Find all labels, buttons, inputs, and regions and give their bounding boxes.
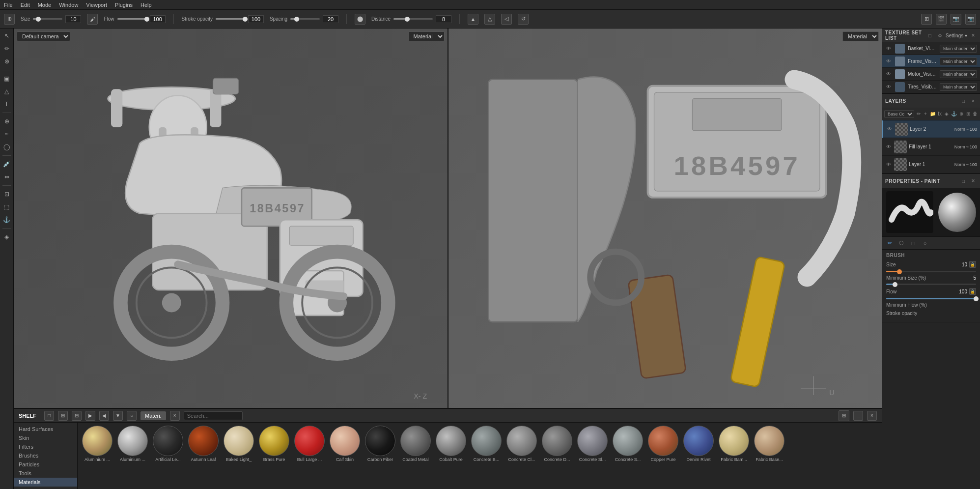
menu-mode[interactable]: Mode: [38, 2, 52, 8]
brush-icon-btn[interactable]: 🖌: [87, 14, 98, 25]
layers-base-select[interactable]: Base Cc: [884, 110, 914, 118]
material-item-10[interactable]: Cobalt Pure: [434, 426, 468, 462]
view-mode-btn-2[interactable]: 🎬: [936, 14, 947, 25]
layer-opacity-val-1[interactable]: 100: [970, 162, 977, 167]
shelf-btn-4[interactable]: ▶: [85, 411, 95, 421]
layer-item-2[interactable]: 👁 Layer 2 Norm ~ 100: [882, 120, 980, 138]
brush-square-icon-btn[interactable]: □: [909, 239, 918, 248]
layers-add-btn[interactable]: +: [923, 110, 928, 118]
shape-btn-3[interactable]: ◁: [501, 14, 512, 25]
flow-prop-slider[interactable]: [886, 298, 976, 299]
shelf-grid-toggle-btn[interactable]: ⊞: [839, 410, 849, 421]
material-item-0[interactable]: Aluminium ...: [81, 426, 114, 462]
viewport-left[interactable]: 18B4597: [14, 29, 448, 408]
properties-close-btn[interactable]: ×: [969, 177, 977, 185]
shader-select-left[interactable]: Material: [408, 31, 445, 41]
eye-icon-basket[interactable]: 👁: [885, 45, 892, 52]
menu-window[interactable]: Window: [59, 2, 78, 8]
material-item-2[interactable]: Artificial Le...: [151, 426, 185, 462]
layers-mask-btn[interactable]: ◈: [944, 110, 950, 118]
shape-btn-2[interactable]: △: [484, 14, 495, 25]
material-item-16[interactable]: Copper Pure: [646, 426, 680, 462]
view-mode-btn-4[interactable]: 📷: [965, 14, 976, 25]
shelf-cat-materials[interactable]: Materials: [14, 478, 77, 487]
flow-slider[interactable]: [117, 18, 147, 20]
menu-file[interactable]: File: [4, 2, 13, 8]
brush-circle-icon-btn[interactable]: ○: [921, 239, 929, 248]
tool-paint[interactable]: ✏: [1, 43, 12, 54]
material-item-7[interactable]: Calf Skin: [328, 426, 362, 462]
eye-icon-layer1[interactable]: 👁: [885, 161, 892, 168]
tool-crop[interactable]: ⊡: [1, 189, 12, 200]
material-item-19[interactable]: Fabric Base...: [753, 426, 786, 462]
dot-icon-btn[interactable]: ⬤: [355, 14, 365, 25]
shelf-btn-1[interactable]: □: [44, 411, 54, 421]
shelf-cat-brushes[interactable]: Brushes: [14, 451, 77, 460]
material-item-17[interactable]: Denim Rivet: [682, 426, 715, 462]
shader-select-right[interactable]: Material: [842, 31, 879, 41]
material-item-15[interactable]: Concrete S...: [611, 426, 644, 462]
tool-fill[interactable]: ▣: [1, 73, 12, 84]
settings-label[interactable]: Settings ▾: [946, 33, 967, 38]
viewport-right[interactable]: 18B4597 U Material: [448, 29, 882, 408]
brush-sphere-icon-btn[interactable]: ⬡: [897, 239, 906, 248]
tool-smear[interactable]: ≈: [1, 129, 12, 140]
spacing-value[interactable]: 20: [323, 15, 338, 23]
tool-text[interactable]: T: [1, 99, 12, 110]
shelf-cat-filters[interactable]: Filters: [14, 442, 77, 451]
texture-set-close-btn[interactable]: ×: [969, 31, 977, 39]
layers-fx-btn[interactable]: fx: [937, 110, 943, 118]
shelf-search-btn[interactable]: ○: [127, 411, 137, 421]
shelf-cat-particles[interactable]: Particles: [14, 460, 77, 469]
shelf-search-input[interactable]: [184, 411, 243, 420]
material-item-11[interactable]: Concrete B...: [470, 426, 503, 462]
layers-delete-btn[interactable]: 🗑: [973, 110, 978, 118]
shelf-btn-3[interactable]: ⊟: [72, 411, 82, 421]
tool-arrow[interactable]: ↖: [1, 30, 12, 41]
shelf-minimize-btn[interactable]: _: [853, 411, 863, 421]
tool-3d[interactable]: ◈: [1, 231, 12, 242]
eye-icon-layer2[interactable]: 👁: [886, 126, 893, 133]
shelf-btn-5[interactable]: ◀: [99, 411, 109, 421]
texture-set-item-frame[interactable]: 👁 Frame_Visibility Main shader: [882, 55, 980, 68]
texture-set-item-tires[interactable]: 👁 Tires_Visibility Main shader: [882, 81, 980, 93]
shape-btn-1[interactable]: ▲: [468, 14, 478, 25]
distance-value[interactable]: 8: [436, 15, 451, 23]
texture-set-minimize-btn[interactable]: □: [926, 31, 934, 39]
tool-anchor[interactable]: ⚓: [1, 214, 12, 225]
shader-select-basket[interactable]: Main shader: [940, 45, 977, 53]
flow-lock-btn[interactable]: 🔒: [969, 288, 976, 295]
shelf-btn-2[interactable]: ⊞: [58, 411, 68, 421]
shelf-filter-btn[interactable]: ▼: [113, 411, 123, 421]
material-item-14[interactable]: Concrete Sl...: [576, 426, 609, 462]
texture-set-item-basket[interactable]: 👁 Basket_Visibility Main shader: [882, 42, 980, 55]
size-value[interactable]: 10: [65, 15, 81, 23]
shelf-cat-tools[interactable]: Tools: [14, 469, 77, 478]
layers-paste-btn[interactable]: ⊞: [965, 110, 971, 118]
layers-close-btn[interactable]: ×: [969, 97, 977, 105]
spacing-slider[interactable]: [290, 18, 320, 20]
flow-value[interactable]: 100: [150, 15, 166, 23]
layer-opacity-val-2[interactable]: 100: [970, 127, 977, 132]
material-item-8[interactable]: Carbon Fiber: [364, 426, 397, 462]
material-item-4[interactable]: Baked Light_: [222, 426, 255, 462]
size-prop-slider[interactable]: [886, 271, 976, 272]
texture-set-item-motor[interactable]: 👁 Motor_Visibility Main shader: [882, 68, 980, 81]
menu-viewport[interactable]: Viewport: [86, 2, 107, 8]
shelf-cat-skin[interactable]: Skin: [14, 433, 77, 442]
eye-icon-tires[interactable]: 👁: [885, 84, 892, 90]
shelf-cat-smart-materials[interactable]: Smart materials: [14, 487, 77, 489]
shape-btn-4[interactable]: ↺: [518, 14, 529, 25]
tool-mask[interactable]: ⬚: [1, 201, 12, 212]
layer-opacity-val-fill1[interactable]: 100: [970, 144, 977, 149]
tool-geometry[interactable]: △: [1, 86, 12, 97]
layers-anchor-btn[interactable]: ⚓: [951, 110, 957, 118]
tool-blur[interactable]: ◯: [1, 142, 12, 152]
view-mode-btn-1[interactable]: ⊞: [921, 14, 932, 25]
eye-icon-motor[interactable]: 👁: [885, 71, 892, 78]
menu-plugins[interactable]: Plugins: [115, 2, 133, 8]
tool-clone[interactable]: ⊕: [1, 116, 12, 127]
layers-copy-btn[interactable]: ⊕: [958, 110, 964, 118]
stroke-opacity-value[interactable]: 100: [248, 15, 264, 23]
eye-icon-fill1[interactable]: 👁: [885, 144, 892, 150]
